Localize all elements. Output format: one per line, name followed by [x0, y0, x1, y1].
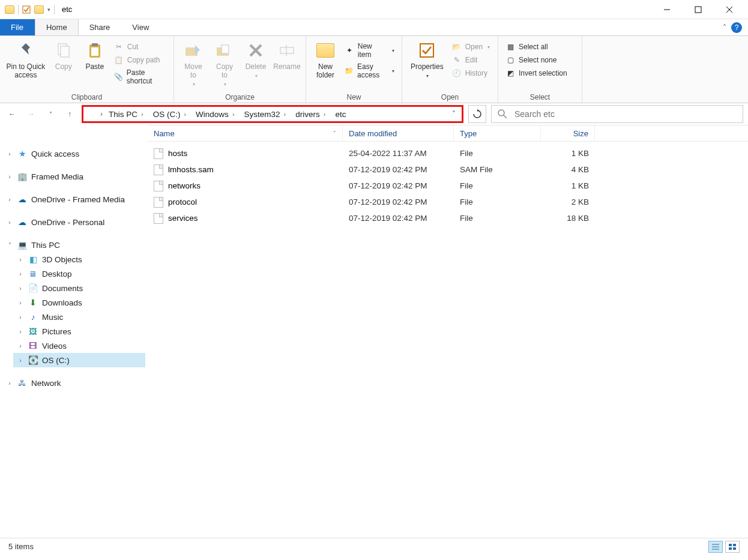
file-size: 18 KB [541, 214, 595, 223]
folder-icon[interactable] [34, 5, 44, 14]
tree-item-3d-objects[interactable]: ›◧3D Objects [13, 252, 145, 266]
tree-item-documents[interactable]: ›📄Documents [13, 281, 145, 295]
file-row[interactable]: hosts 25-04-2022 11:37 AM File 1 KB [148, 145, 748, 161]
column-name[interactable]: Name˄ [148, 125, 343, 141]
file-row[interactable]: services 07-12-2019 02:42 PM File 18 KB [148, 210, 748, 226]
address-bar[interactable]: This PC OS (C:) Windows System32 drivers… [82, 105, 463, 123]
file-size: 1 KB [541, 149, 595, 158]
column-date[interactable]: Date modified [343, 125, 454, 141]
cut-button[interactable]: ✂Cut [112, 41, 169, 53]
chevron-right-icon[interactable] [232, 110, 235, 118]
close-button[interactable] [716, 0, 743, 19]
file-name: hosts [168, 149, 187, 158]
checkbox-icon[interactable] [22, 5, 31, 14]
tree-item-music[interactable]: ›♪Music [13, 310, 145, 324]
chevron-right-icon[interactable] [284, 110, 286, 118]
invert-selection-button[interactable]: ◩Invert selection [503, 67, 570, 79]
cut-icon: ✂ [114, 42, 124, 52]
column-type[interactable]: Type [454, 125, 541, 141]
tree-item-desktop[interactable]: ›🖥Desktop [13, 266, 145, 281]
tab-share[interactable]: Share [79, 19, 122, 35]
minimize-button[interactable] [653, 0, 681, 19]
collapse-ribbon-icon[interactable]: ˄ [723, 23, 726, 32]
history-icon: 🕘 [452, 68, 462, 78]
navigation-bar: ← → ˅ ↑ This PC OS (C:) Windows System32… [0, 103, 748, 125]
star-icon: ★ [17, 149, 28, 158]
copy-icon [54, 41, 73, 60]
document-icon: 📄 [28, 283, 38, 293]
open-button[interactable]: 📂Open▾ [450, 41, 492, 53]
file-row[interactable]: protocol 07-12-2019 02:42 PM File 2 KB [148, 194, 748, 210]
select-none-button[interactable]: ▢Select none [503, 54, 570, 66]
refresh-button[interactable] [468, 105, 486, 123]
move-to-button[interactable]: Move to▾ [179, 38, 208, 89]
paste-shortcut-button[interactable]: 📎Paste shortcut [112, 67, 169, 86]
tree-item-this-pc[interactable]: ˅💻This PC [2, 238, 145, 252]
tab-file[interactable]: File [0, 19, 35, 35]
easy-access-button[interactable]: 📁Easy access▾ [342, 61, 397, 80]
file-row[interactable]: lmhosts.sam 07-12-2019 02:42 PM SAM File… [148, 161, 748, 178]
chevron-right-icon[interactable] [324, 110, 326, 118]
copy-button[interactable]: Copy [49, 38, 78, 73]
view-details-button[interactable] [708, 541, 723, 553]
file-type: SAM File [454, 165, 541, 174]
network-icon: 🖧 [17, 378, 28, 388]
breadcrumb-item[interactable]: etc [331, 108, 349, 121]
file-date: 07-12-2019 02:42 PM [343, 181, 454, 190]
edit-button[interactable]: ✎Edit [450, 54, 492, 66]
file-size: 2 KB [541, 197, 595, 206]
maximize-button[interactable] [684, 0, 712, 19]
tab-home[interactable]: Home [35, 19, 79, 35]
help-icon[interactable]: ? [731, 22, 742, 33]
file-type: File [454, 149, 541, 158]
qat-dropdown-icon[interactable]: ▾ [47, 7, 50, 13]
tree-item-os-c[interactable]: ›💽OS (C:) [13, 353, 145, 367]
copy-path-button[interactable]: 📋Copy path [112, 54, 169, 66]
up-button[interactable]: ↑ [62, 107, 77, 121]
breadcrumb-item[interactable]: Windows [192, 108, 238, 121]
address-dropdown-icon[interactable]: ˅ [450, 110, 458, 118]
tree-item-downloads[interactable]: ›⬇Downloads [13, 295, 145, 310]
breadcrumb-item[interactable]: This PC [105, 108, 147, 121]
delete-button[interactable]: Delete▾ [241, 38, 270, 81]
desktop-icon: 🖥 [28, 269, 38, 278]
ribbon: Pin to Quick access Copy Paste ✂Cut 📋Cop… [0, 36, 748, 103]
tree-item-network[interactable]: ›🖧Network [2, 376, 145, 390]
search-input[interactable] [513, 109, 737, 119]
tree-item-framed-media[interactable]: ›🏢Framed Media [2, 169, 145, 184]
new-folder-button[interactable]: New folder [311, 38, 340, 82]
new-item-button[interactable]: ✦New item▾ [342, 41, 397, 60]
properties-button[interactable]: Properties▾ [407, 38, 447, 81]
breadcrumb-item[interactable]: System32 [241, 108, 290, 121]
history-button[interactable]: 🕘History [450, 67, 492, 79]
column-size[interactable]: Size [541, 125, 595, 141]
select-all-button[interactable]: ▦Select all [503, 41, 570, 53]
delete-icon [246, 41, 265, 60]
new-folder-icon [316, 41, 335, 60]
paste-icon [85, 41, 104, 60]
file-row[interactable]: networks 07-12-2019 02:42 PM File 1 KB [148, 178, 748, 194]
breadcrumb-item[interactable]: OS (C:) [149, 108, 190, 121]
copy-to-button[interactable]: Copy to▾ [210, 38, 239, 89]
pin-quick-access-button[interactable]: Pin to Quick access [5, 38, 47, 82]
forward-button[interactable]: → [24, 107, 38, 121]
view-large-icons-button[interactable] [725, 541, 740, 553]
paste-button[interactable]: Paste [80, 38, 109, 73]
tree-item-pictures[interactable]: ›🖼Pictures [13, 324, 145, 339]
recent-dropdown[interactable]: ˅ [43, 107, 58, 121]
select-all-icon: ▦ [505, 42, 515, 52]
tree-item-quick-access[interactable]: ›★Quick access [2, 146, 145, 161]
search-box[interactable] [491, 105, 743, 123]
tree-item-videos[interactable]: ›🎞Videos [13, 339, 145, 353]
chevron-right-icon[interactable] [141, 110, 143, 118]
cloud-icon: ☁ [17, 217, 28, 227]
back-button[interactable]: ← [5, 107, 19, 121]
breadcrumb-item[interactable]: drivers [292, 108, 329, 121]
tree-item-onedrive-fm[interactable]: ›☁OneDrive - Framed Media [2, 192, 145, 206]
chevron-right-icon[interactable] [184, 110, 186, 118]
tab-view[interactable]: View [121, 19, 160, 35]
chevron-right-icon[interactable] [100, 110, 103, 118]
rename-button[interactable]: Rename [273, 38, 301, 73]
tree-item-onedrive-personal[interactable]: ›☁OneDrive - Personal [2, 215, 145, 229]
edit-icon: ✎ [452, 55, 462, 65]
